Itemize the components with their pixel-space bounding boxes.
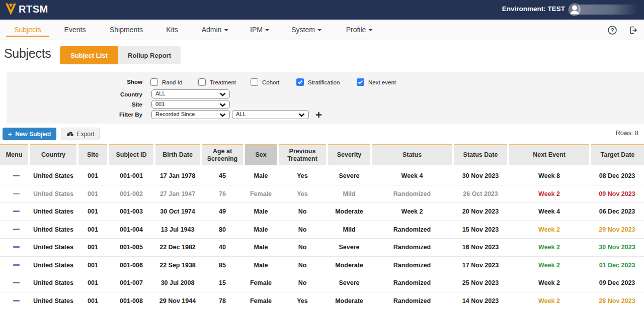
svg-text:?: ? xyxy=(611,27,614,33)
